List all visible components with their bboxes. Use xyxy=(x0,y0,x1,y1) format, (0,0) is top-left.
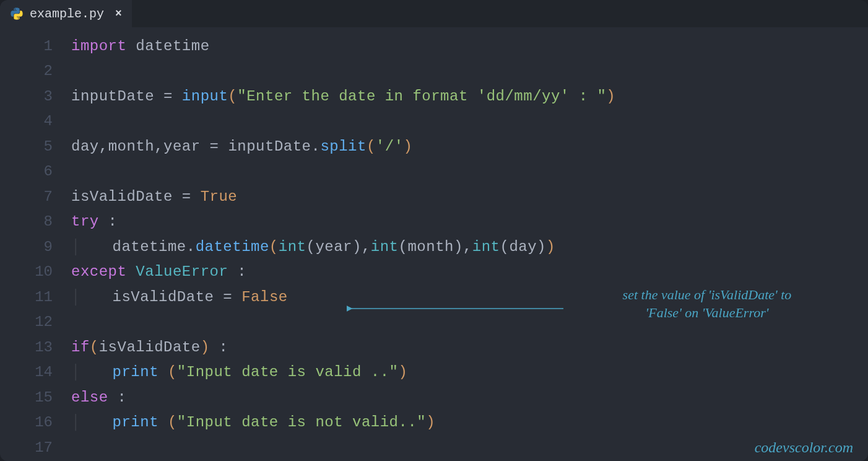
line-number: 11 xyxy=(0,289,71,305)
line-number: 16 xyxy=(0,414,71,431)
close-icon[interactable]: × xyxy=(115,7,122,20)
code-line: 16 │ print ("Input date is not valid..") xyxy=(0,410,868,436)
python-icon xyxy=(10,7,24,20)
code-line: 14 │ print ("Input date is valid ..") xyxy=(0,360,868,385)
code-line: 13 if(isValidDate) : xyxy=(0,335,868,360)
line-number: 7 xyxy=(0,188,71,205)
line-number: 3 xyxy=(0,88,71,105)
line-number: 12 xyxy=(0,314,71,330)
code-line: 8 try : xyxy=(0,209,868,235)
line-number: 2 xyxy=(0,63,71,79)
code-line: 5 day,month,year = inputDate.split('/') xyxy=(0,134,868,159)
code-line: 1 import datetime xyxy=(0,33,868,59)
line-number: 15 xyxy=(0,389,71,406)
line-number: 17 xyxy=(0,439,71,456)
line-number: 4 xyxy=(0,113,71,130)
code-line: 17 xyxy=(0,435,868,460)
line-number: 10 xyxy=(0,263,71,280)
line-number: 1 xyxy=(0,38,71,55)
line-number: 5 xyxy=(0,138,71,155)
code-line: 15 else : xyxy=(0,385,868,410)
line-number: 6 xyxy=(0,163,71,180)
code-line: 4 xyxy=(0,109,868,134)
code-line: 2 xyxy=(0,59,868,84)
line-number: 13 xyxy=(0,339,71,356)
line-number: 9 xyxy=(0,239,71,255)
line-number: 14 xyxy=(0,364,71,380)
line-number: 8 xyxy=(0,213,71,230)
file-tab[interactable]: example.py × xyxy=(0,0,132,27)
tab-filename: example.py xyxy=(30,7,104,21)
code-line: 7 isValidDate = True xyxy=(0,184,868,209)
tab-bar: example.py × xyxy=(0,0,868,27)
code-line: 10 except ValueError : xyxy=(0,260,868,285)
code-line: 3 inputDate = input("Enter the date in f… xyxy=(0,84,868,109)
code-editor[interactable]: 1 import datetime 2 3 inputDate = input(… xyxy=(0,27,868,461)
code-line: 6 xyxy=(0,159,868,185)
code-line: 9 │ datetime.datetime(int(year),int(mont… xyxy=(0,234,868,260)
annotation-text: set the value of 'isValidDate' to 'False… xyxy=(565,286,849,322)
watermark: codevscolor.com xyxy=(755,439,853,456)
